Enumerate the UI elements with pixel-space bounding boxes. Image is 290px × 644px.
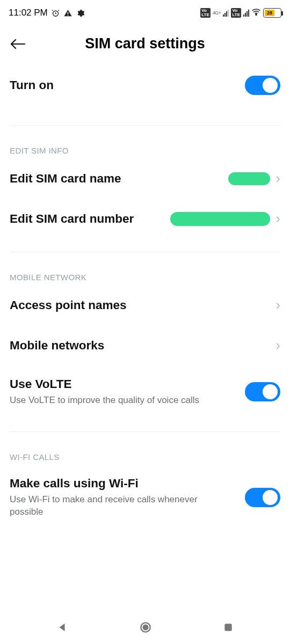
row-edit-sim-name[interactable]: Edit SIM card name › xyxy=(10,158,280,199)
svg-point-5 xyxy=(143,625,148,630)
wifi-icon xyxy=(251,8,261,18)
nav-recents-button[interactable] xyxy=(223,622,234,633)
status-bar: 11:02 PM VoLTE 4G+ VoLTE 28 xyxy=(0,0,290,26)
volte-badge-1: VoLTE xyxy=(200,8,211,18)
section-header-wifi-calls: WI-FI CALLS xyxy=(10,432,280,465)
turn-on-toggle[interactable] xyxy=(245,76,280,95)
volte-badge-2: VoLTE xyxy=(231,8,241,18)
svg-rect-2 xyxy=(68,14,68,15)
row-mobile-networks[interactable]: Mobile networks › xyxy=(10,325,280,365)
chevron-right-icon: › xyxy=(276,210,280,227)
apn-label: Access point names xyxy=(10,298,127,312)
row-apn[interactable]: Access point names › xyxy=(10,285,280,325)
svg-rect-6 xyxy=(224,624,231,631)
wifi-calling-sublabel: Use Wi-Fi to make and receive calls when… xyxy=(10,494,203,518)
svg-point-3 xyxy=(256,14,257,15)
signal-bars-1 xyxy=(223,9,229,17)
chevron-right-icon: › xyxy=(276,337,280,354)
row-wifi-calling[interactable]: Make calls using Wi-Fi Use Wi-Fi to make… xyxy=(10,465,280,530)
volte-sublabel: Use VoLTE to improve the quality of voic… xyxy=(10,394,199,407)
chevron-right-icon: › xyxy=(276,297,280,313)
system-nav-bar xyxy=(0,611,290,644)
signal-bars-2 xyxy=(243,9,249,17)
sim-number-value-redacted xyxy=(170,212,270,226)
wifi-calling-toggle[interactable] xyxy=(245,488,280,507)
volte-toggle[interactable] xyxy=(245,382,280,401)
nav-home-button[interactable] xyxy=(139,620,153,634)
alarm-icon xyxy=(51,9,60,18)
volte-label: Use VoLTE xyxy=(10,377,199,391)
section-header-mobile-network: MOBILE NETWORK xyxy=(10,252,280,285)
edit-sim-number-label: Edit SIM card number xyxy=(10,212,134,226)
app-bar: SIM card settings xyxy=(0,26,290,64)
chevron-right-icon: › xyxy=(276,170,280,187)
page-title: SIM card settings xyxy=(10,35,280,52)
gear-icon xyxy=(76,9,85,18)
row-edit-sim-number[interactable]: Edit SIM card number › xyxy=(10,199,280,239)
warning-icon xyxy=(63,9,73,18)
sim-name-value-redacted xyxy=(228,172,270,185)
battery-percent: 28 xyxy=(265,10,274,16)
battery-icon: 28 xyxy=(263,8,281,18)
status-time: 11:02 PM xyxy=(9,8,48,18)
mobile-networks-label: Mobile networks xyxy=(10,339,104,353)
nav-back-button[interactable] xyxy=(56,621,68,633)
svg-rect-1 xyxy=(68,12,68,14)
row-turn-on[interactable]: Turn on xyxy=(10,64,280,107)
section-header-edit-sim-info: EDIT SIM INFO xyxy=(10,126,280,158)
row-volte[interactable]: Use VoLTE Use VoLTE to improve the quali… xyxy=(10,365,280,419)
network-4g-label: 4G+ xyxy=(213,11,221,16)
turn-on-label: Turn on xyxy=(10,78,54,92)
wifi-calling-label: Make calls using Wi-Fi xyxy=(10,477,203,491)
edit-sim-name-label: Edit SIM card name xyxy=(10,172,121,186)
